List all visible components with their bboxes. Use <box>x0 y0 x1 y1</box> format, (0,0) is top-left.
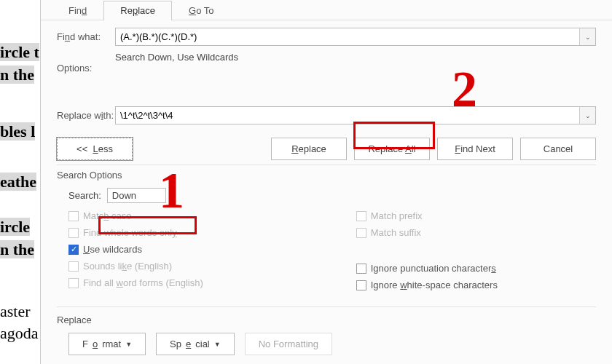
checkbox-icon <box>356 264 366 274</box>
search-options-title: Search Options <box>57 170 596 181</box>
find-next-button[interactable]: Find Next <box>437 138 513 160</box>
replace-with-label: Replace with: <box>57 110 115 121</box>
tab-replace[interactable]: Replace <box>103 1 172 20</box>
tab-goto[interactable]: Go To <box>172 1 230 20</box>
dialog-tabs: Find Replace Go To <box>41 0 612 20</box>
find-replace-dialog: Find Replace Go To Find what: ⌄ Options:… <box>40 0 612 364</box>
use-wildcards-checkbox[interactable]: ✓ Use wildcards <box>68 244 203 255</box>
sounds-like-checkbox: Sounds like (English) <box>68 261 203 272</box>
less-button[interactable]: << Less <box>57 138 133 160</box>
checkbox-icon <box>68 211 79 221</box>
match-suffix-checkbox: Match suffix <box>356 227 498 238</box>
checkbox-icon <box>68 261 79 272</box>
chevron-down-icon: ⌄ <box>585 33 591 41</box>
caret-down-icon: ▼ <box>125 341 132 348</box>
options-value: Search Down, Use Wildcards <box>115 52 238 63</box>
match-case-checkbox: Match case <box>68 210 203 221</box>
checkbox-icon <box>356 280 366 290</box>
ignore-whitespace-checkbox[interactable]: Ignore white-space characters <box>356 280 498 290</box>
match-prefix-checkbox: Match prefix <box>356 210 498 221</box>
search-direction-label: Search: <box>68 190 101 201</box>
replace-with-combo[interactable]: ⌄ <box>115 106 596 124</box>
caret-down-icon: ▼ <box>214 341 221 348</box>
format-button[interactable]: Format ▼ <box>68 333 146 355</box>
cancel-button[interactable]: Cancel <box>520 138 596 160</box>
find-what-dropdown-button[interactable]: ⌄ <box>579 28 595 45</box>
replace-button[interactable]: Replace <box>271 138 347 160</box>
checkbox-icon <box>356 228 366 238</box>
replace-with-dropdown-button[interactable]: ⌄ <box>579 107 595 124</box>
checkbox-icon <box>356 211 366 221</box>
no-formatting-button: No Formatting <box>245 333 332 355</box>
checkbox-icon <box>68 228 79 238</box>
find-what-combo[interactable]: ⌄ <box>115 28 596 46</box>
find-whole-words-checkbox: Find whole words only <box>68 227 203 238</box>
tab-find[interactable]: Find <box>52 1 103 20</box>
chevron-down-icon: ⌄ <box>585 112 591 119</box>
find-what-label: Find what: <box>57 31 115 42</box>
checkbox-icon <box>68 278 79 288</box>
replace-all-button[interactable]: Replace All <box>354 138 430 160</box>
ignore-punctuation-checkbox[interactable]: Ignore punctuation characters <box>356 263 498 274</box>
checkbox-checked-icon: ✓ <box>68 245 79 255</box>
replace-section-title: Replace <box>57 314 596 325</box>
search-direction-select[interactable]: Down <box>107 188 166 203</box>
replace-with-input[interactable] <box>116 107 579 124</box>
find-word-forms-checkbox: Find all word forms (English) <box>68 277 203 288</box>
special-button[interactable]: Special ▼ <box>156 333 235 355</box>
find-what-input[interactable] <box>116 28 579 45</box>
background-document-text: ircle t n the bles l eathe ircle n the a… <box>0 0 44 364</box>
options-label: Options: <box>57 63 115 74</box>
